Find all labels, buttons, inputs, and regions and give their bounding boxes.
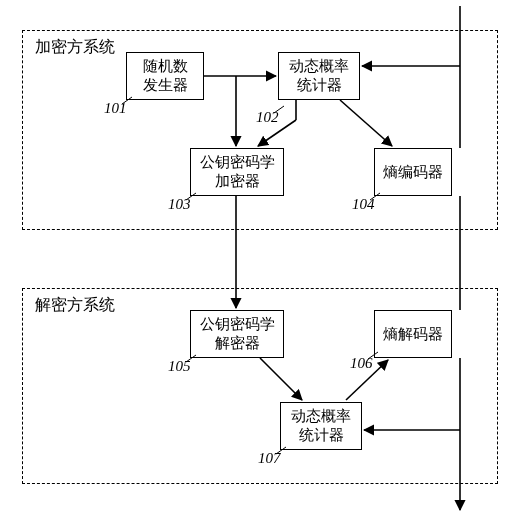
ref-102: 102 xyxy=(256,109,279,126)
node-102-label: 动态概率 统计器 xyxy=(289,57,349,95)
node-104: 熵编码器 xyxy=(374,148,452,196)
node-101-label: 随机数 发生器 xyxy=(143,57,188,95)
node-101: 随机数 发生器 xyxy=(126,52,204,100)
ref-101: 101 xyxy=(104,100,127,117)
decryption-group-label: 解密方系统 xyxy=(35,295,115,316)
ref-103: 103 xyxy=(168,196,191,213)
node-106: 熵解码器 xyxy=(374,310,452,358)
node-105: 公钥密码学 解密器 xyxy=(190,310,284,358)
node-103-label: 公钥密码学 加密器 xyxy=(200,153,275,191)
node-105-label: 公钥密码学 解密器 xyxy=(200,315,275,353)
ref-107: 107 xyxy=(258,450,281,467)
node-106-label: 熵解码器 xyxy=(383,325,443,344)
ref-105: 105 xyxy=(168,358,191,375)
node-103: 公钥密码学 加密器 xyxy=(190,148,284,196)
node-104-label: 熵编码器 xyxy=(383,163,443,182)
node-102: 动态概率 统计器 xyxy=(278,52,360,100)
ref-104: 104 xyxy=(352,196,375,213)
node-107: 动态概率 统计器 xyxy=(280,402,362,450)
encryption-group-label: 加密方系统 xyxy=(35,37,115,58)
encryption-group: 加密方系统 xyxy=(22,30,498,230)
node-107-label: 动态概率 统计器 xyxy=(291,407,351,445)
ref-106: 106 xyxy=(350,355,373,372)
